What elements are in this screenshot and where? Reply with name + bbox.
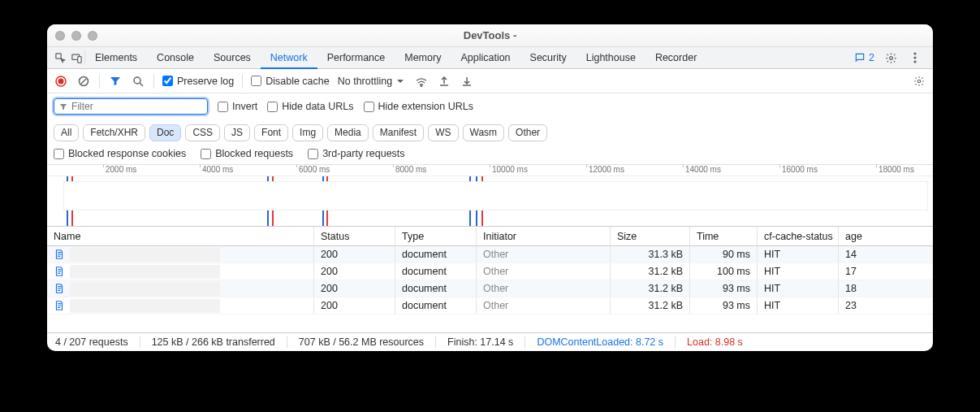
tab-recorder[interactable]: Recorder — [645, 47, 706, 69]
cell-size: 31.3 kB — [611, 246, 690, 262]
request-name-redacted — [70, 248, 220, 262]
cell-time: 90 ms — [690, 246, 758, 262]
type-pill-fetchxhr[interactable]: Fetch/XHR — [83, 124, 145, 141]
type-pill-media[interactable]: Media — [327, 124, 369, 141]
timeline-tick: 12000 ms — [589, 165, 624, 174]
minimize-traffic-light[interactable] — [71, 31, 81, 41]
disable-cache-checkbox[interactable]: Disable cache — [251, 76, 330, 87]
device-toggle-icon[interactable] — [68, 52, 84, 64]
tab-elements[interactable]: Elements — [85, 47, 147, 69]
type-pill-css[interactable]: CSS — [185, 124, 220, 141]
th-cache[interactable]: cf-cache-status — [758, 227, 839, 245]
blocked-requests-checkbox[interactable]: Blocked requests — [201, 148, 293, 159]
cell-initiator: Other — [477, 280, 611, 297]
inspect-icon[interactable] — [52, 52, 68, 64]
third-party-checkbox[interactable]: 3rd-party requests — [308, 148, 404, 159]
type-pill-img[interactable]: Img — [292, 124, 323, 141]
type-pill-all[interactable]: All — [54, 124, 79, 141]
type-pill-manifest[interactable]: Manifest — [373, 124, 424, 141]
timeline-tick: 8000 ms — [395, 165, 426, 174]
tab-performance[interactable]: Performance — [317, 47, 395, 69]
search-icon[interactable] — [131, 74, 145, 89]
import-har-icon[interactable] — [437, 74, 451, 89]
clear-icon[interactable] — [76, 74, 91, 89]
network-conditions-icon[interactable] — [414, 74, 429, 89]
throttling-select[interactable]: No throttling — [338, 76, 406, 87]
cell-type: document — [395, 280, 477, 297]
type-pill-font[interactable]: Font — [254, 124, 288, 141]
type-pill-ws[interactable]: WS — [428, 124, 458, 141]
table-row[interactable]: 200documentOther31.2 kB93 msHIT18 — [47, 280, 933, 297]
filter-funnel-icon — [59, 102, 67, 111]
invert-checkbox[interactable]: Invert — [218, 101, 257, 112]
table-row[interactable]: 200documentOther31.2 kB100 msHIT17 — [47, 263, 933, 280]
blocked-cookies-checkbox[interactable]: Blocked response cookies — [54, 148, 186, 159]
th-time[interactable]: Time — [690, 227, 758, 245]
tab-memory[interactable]: Memory — [395, 47, 451, 69]
filter-bar: Invert Hide data URLs Hide extension URL… — [47, 93, 933, 165]
tab-security[interactable]: Security — [520, 47, 576, 69]
tab-network[interactable]: Network — [261, 47, 317, 69]
svg-point-11 — [421, 85, 421, 86]
export-har-icon[interactable] — [460, 74, 474, 89]
tab-application[interactable]: Application — [451, 47, 520, 69]
hide-ext-urls-checkbox[interactable]: Hide extension URLs — [364, 101, 473, 112]
filter-input-wrapper[interactable] — [54, 98, 208, 115]
type-pill-js[interactable]: JS — [224, 124, 250, 141]
footer-transferred: 125 kB / 266 kB transferred — [152, 336, 287, 348]
tab-sources[interactable]: Sources — [204, 47, 261, 69]
timeline-tick: 10000 ms — [492, 165, 528, 174]
throttling-value: No throttling — [338, 76, 392, 87]
tab-lighthouse[interactable]: Lighthouse — [576, 47, 645, 69]
cell-type: document — [395, 263, 477, 280]
svg-point-3 — [889, 56, 892, 59]
th-age[interactable]: age — [839, 227, 933, 245]
svg-point-10 — [134, 77, 140, 84]
hide-data-urls-checkbox[interactable]: Hide data URLs — [267, 101, 353, 112]
filter-toggle-icon[interactable] — [108, 74, 123, 89]
th-status[interactable]: Status — [314, 227, 395, 245]
issues-count[interactable]: 2 — [854, 52, 874, 63]
footer-resources: 707 kB / 56.2 MB resources — [299, 336, 436, 348]
cell-age: 14 — [839, 246, 933, 262]
kebab-menu-icon[interactable] — [907, 52, 923, 63]
cell-cache: HIT — [758, 297, 839, 314]
tab-console[interactable]: Console — [147, 47, 204, 69]
cell-age: 23 — [839, 297, 933, 314]
type-pill-doc[interactable]: Doc — [149, 124, 181, 141]
footer-finish: Finish: 17.14 s — [447, 336, 525, 348]
th-size[interactable]: Size — [611, 227, 690, 245]
timeline-overview[interactable]: 2000 ms4000 ms6000 ms8000 ms10000 ms1200… — [47, 165, 933, 227]
th-initiator[interactable]: Initiator — [477, 227, 611, 245]
network-settings-icon[interactable] — [912, 74, 926, 89]
preserve-log-label: Preserve log — [177, 76, 234, 87]
table-row[interactable]: 200documentOther31.3 kB90 msHIT14 — [47, 246, 933, 263]
timeline-tick: 18000 ms — [879, 165, 914, 174]
panel-tabs: ElementsConsoleSourcesNetworkPerformance… — [47, 47, 933, 69]
svg-point-8 — [58, 78, 64, 84]
cell-size: 31.2 kB — [611, 280, 690, 297]
footer-load: Load: 8.98 s — [687, 336, 743, 348]
type-pill-other[interactable]: Other — [508, 124, 547, 141]
cell-time: 93 ms — [690, 280, 758, 297]
svg-rect-2 — [77, 56, 80, 63]
settings-gear-icon[interactable] — [883, 52, 899, 64]
zoom-traffic-light[interactable] — [88, 31, 97, 41]
request-name-redacted — [70, 299, 220, 313]
table-row[interactable]: 200documentOther31.2 kB93 msHIT23 — [47, 297, 933, 314]
cell-status: 200 — [314, 297, 395, 314]
request-name-redacted — [70, 265, 220, 279]
th-name[interactable]: Name — [47, 227, 314, 245]
traffic-lights — [55, 31, 97, 41]
close-traffic-light[interactable] — [55, 31, 65, 41]
type-pill-wasm[interactable]: Wasm — [463, 124, 505, 141]
preserve-log-checkbox[interactable]: Preserve log — [162, 76, 234, 87]
timeline-tick: 6000 ms — [299, 165, 330, 174]
cell-initiator: Other — [477, 246, 611, 262]
record-button[interactable] — [54, 74, 68, 89]
timeline-tick: 14000 ms — [685, 165, 721, 174]
network-table: Name Status Type Initiator Size Time cf-… — [47, 227, 933, 332]
th-type[interactable]: Type — [395, 227, 477, 245]
cell-type: document — [395, 297, 477, 314]
filter-input[interactable] — [71, 101, 202, 112]
